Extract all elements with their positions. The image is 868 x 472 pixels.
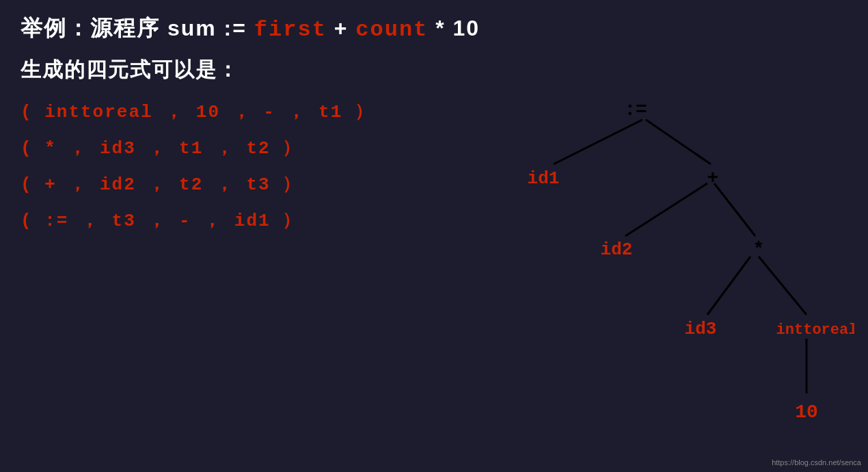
- main-container: 举例：源程序 sum := first + count * 10 生成的四元式可…: [0, 0, 868, 472]
- watermark: https://blog.csdn.net/senca: [772, 458, 861, 467]
- title-prefix: 举例：源程序 sum :=: [21, 16, 254, 40]
- title-line: 举例：源程序 sum := first + count * 10: [21, 14, 847, 44]
- node-multiply: *: [753, 239, 765, 260]
- node-assign: :=: [624, 99, 647, 120]
- svg-line-1: [646, 120, 711, 164]
- node-id1: id1: [528, 168, 560, 189]
- title-word2: count: [355, 17, 428, 42]
- svg-line-3: [714, 183, 755, 236]
- svg-line-0: [554, 120, 642, 164]
- title-word1: first: [254, 17, 327, 42]
- node-plus: +: [707, 168, 719, 189]
- svg-line-2: [625, 183, 707, 236]
- subtitle: 生成的四元式可以是：: [21, 56, 847, 84]
- title-suffix: * 10: [428, 16, 480, 40]
- title-plus: +: [327, 16, 355, 40]
- node-inttoreal: inttoreal: [776, 322, 854, 339]
- node-id3: id3: [685, 319, 717, 339]
- svg-line-4: [707, 257, 750, 315]
- tree-svg: := id1 + id2 * id3 inttoreal 10: [444, 82, 854, 465]
- node-10: 10: [795, 402, 818, 423]
- tree-diagram: := id1 + id2 * id3 inttoreal 10: [444, 82, 854, 465]
- svg-line-5: [759, 257, 806, 315]
- node-id2: id2: [601, 239, 633, 260]
